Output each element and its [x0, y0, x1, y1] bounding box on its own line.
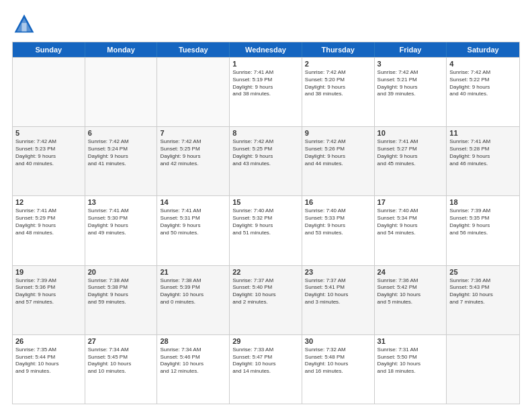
day-cell-6: 6Sunrise: 7:42 AMSunset: 5:24 PMDaylight…	[85, 127, 158, 195]
cell-line: Sunrise: 7:40 AM	[305, 208, 371, 215]
empty-cell-0-2	[157, 58, 230, 126]
cell-line: Daylight: 9 hours	[449, 153, 517, 161]
day-cell-27: 27Sunrise: 7:34 AMSunset: 5:45 PMDayligh…	[85, 335, 158, 404]
cell-line: Daylight: 9 hours	[305, 222, 371, 230]
calendar-row-0: 1Sunrise: 7:41 AMSunset: 5:19 PMDaylight…	[13, 57, 519, 126]
calendar-header: SundayMondayTuesdayWednesdayThursdayFrid…	[13, 42, 519, 57]
cell-line: Sunset: 5:34 PM	[378, 215, 444, 222]
day-cell-22: 22Sunrise: 7:37 AMSunset: 5:40 PMDayligh…	[230, 266, 302, 334]
day-number: 19	[15, 268, 82, 276]
cell-line: Sunset: 5:26 PM	[305, 146, 371, 153]
cell-line: Sunrise: 7:42 AM	[449, 69, 517, 77]
cell-line: and 49 minutes.	[88, 230, 154, 237]
cell-line: Sunset: 5:40 PM	[232, 284, 299, 291]
cell-line: and 9 minutes.	[15, 368, 82, 375]
cell-line: Daylight: 9 hours	[88, 291, 154, 299]
cell-line: Sunset: 5:30 PM	[88, 215, 154, 222]
cell-line: Sunrise: 7:40 AM	[232, 208, 299, 215]
cell-line: Sunrise: 7:36 AM	[449, 277, 517, 285]
cell-line: Sunset: 5:31 PM	[160, 215, 226, 222]
cell-line: Daylight: 9 hours	[88, 222, 154, 230]
cell-line: and 45 minutes.	[378, 161, 444, 168]
cell-line: and 38 minutes.	[305, 91, 371, 98]
cell-line: Sunset: 5:45 PM	[88, 354, 154, 361]
calendar-body: 1Sunrise: 7:41 AMSunset: 5:19 PMDaylight…	[13, 57, 519, 404]
day-number: 9	[305, 129, 371, 137]
day-number: 4	[449, 60, 517, 68]
day-number: 21	[160, 268, 226, 276]
day-number: 26	[15, 337, 82, 345]
cell-line: Daylight: 10 hours	[232, 291, 299, 299]
cell-line: and 7 minutes.	[449, 299, 517, 306]
cell-line: and 57 minutes.	[15, 299, 82, 306]
day-number: 23	[305, 268, 371, 276]
cell-line: Sunrise: 7:42 AM	[160, 138, 226, 146]
cell-line: Sunset: 5:28 PM	[449, 146, 517, 153]
day-cell-9: 9Sunrise: 7:42 AMSunset: 5:26 PMDaylight…	[302, 127, 375, 195]
cell-line: and 54 minutes.	[378, 230, 444, 237]
cell-line: Sunrise: 7:42 AM	[15, 138, 82, 146]
page: SundayMondayTuesdayWednesdayThursdayFrid…	[0, 0, 532, 411]
calendar-row-3: 19Sunrise: 7:39 AMSunset: 5:36 PMDayligh…	[13, 265, 519, 334]
day-cell-10: 10Sunrise: 7:41 AMSunset: 5:27 PMDayligh…	[375, 127, 447, 195]
cell-line: Sunrise: 7:41 AM	[88, 208, 154, 215]
cell-line: and 0 minutes.	[160, 299, 226, 306]
cell-line: and 10 minutes.	[88, 368, 154, 375]
cell-line: Daylight: 9 hours	[160, 222, 226, 230]
cell-line: Sunset: 5:25 PM	[160, 146, 226, 153]
cell-line: Sunset: 5:33 PM	[305, 215, 371, 222]
day-cell-25: 25Sunrise: 7:36 AMSunset: 5:43 PMDayligh…	[447, 266, 519, 334]
header-day-monday: Monday	[85, 42, 158, 57]
day-number: 2	[305, 60, 371, 68]
day-cell-29: 29Sunrise: 7:33 AMSunset: 5:47 PMDayligh…	[230, 335, 302, 404]
cell-line: and 43 minutes.	[232, 161, 299, 168]
header-day-saturday: Saturday	[447, 42, 519, 57]
cell-line: Sunrise: 7:32 AM	[305, 347, 371, 354]
day-number: 13	[88, 198, 154, 206]
day-cell-2: 2Sunrise: 7:42 AMSunset: 5:20 PMDaylight…	[302, 58, 375, 126]
cell-line: and 40 minutes.	[15, 161, 82, 168]
cell-line: Sunrise: 7:42 AM	[88, 138, 154, 146]
day-number: 10	[378, 129, 444, 137]
cell-line: Daylight: 10 hours	[232, 361, 299, 368]
day-cell-7: 7Sunrise: 7:42 AMSunset: 5:25 PMDaylight…	[157, 127, 230, 195]
cell-line: Sunrise: 7:41 AM	[160, 208, 226, 215]
day-number: 11	[449, 129, 517, 137]
day-number: 18	[449, 198, 517, 206]
cell-line: and 38 minutes.	[232, 91, 299, 98]
day-number: 15	[232, 198, 299, 206]
empty-cell-0-0	[13, 58, 85, 126]
cell-line: Sunset: 5:19 PM	[232, 77, 299, 84]
day-number: 8	[232, 129, 299, 137]
cell-line: and 16 minutes.	[305, 368, 371, 375]
cell-line: Daylight: 9 hours	[232, 222, 299, 230]
cell-line: and 39 minutes.	[378, 91, 444, 98]
cell-line: Sunrise: 7:35 AM	[15, 347, 82, 354]
day-cell-12: 12Sunrise: 7:41 AMSunset: 5:29 PMDayligh…	[13, 196, 85, 265]
cell-line: Sunset: 5:36 PM	[15, 284, 82, 291]
day-cell-31: 31Sunrise: 7:31 AMSunset: 5:50 PMDayligh…	[375, 335, 447, 404]
day-cell-3: 3Sunrise: 7:42 AMSunset: 5:21 PMDaylight…	[375, 58, 447, 126]
cell-line: Daylight: 9 hours	[15, 222, 82, 230]
cell-line: and 18 minutes.	[378, 368, 444, 375]
cell-line: Sunset: 5:22 PM	[449, 77, 517, 84]
cell-line: Daylight: 10 hours	[88, 361, 154, 368]
day-number: 28	[160, 337, 226, 345]
cell-line: and 53 minutes.	[305, 230, 371, 237]
calendar-row-2: 12Sunrise: 7:41 AMSunset: 5:29 PMDayligh…	[13, 195, 519, 265]
day-number: 24	[378, 268, 444, 276]
cell-line: Sunrise: 7:41 AM	[15, 208, 82, 215]
day-number: 5	[15, 129, 82, 137]
cell-line: and 51 minutes.	[232, 230, 299, 237]
day-number: 29	[232, 337, 299, 345]
cell-line: and 42 minutes.	[160, 161, 226, 168]
day-cell-16: 16Sunrise: 7:40 AMSunset: 5:33 PMDayligh…	[302, 196, 375, 265]
day-cell-21: 21Sunrise: 7:38 AMSunset: 5:39 PMDayligh…	[157, 266, 230, 334]
day-number: 7	[160, 129, 226, 137]
cell-line: Sunrise: 7:41 AM	[378, 138, 444, 146]
cell-line: Sunrise: 7:40 AM	[378, 208, 444, 215]
logo-icon	[12, 12, 36, 36]
day-cell-4: 4Sunrise: 7:42 AMSunset: 5:22 PMDaylight…	[447, 58, 519, 126]
cell-line: Sunset: 5:27 PM	[378, 146, 444, 153]
cell-line: Daylight: 9 hours	[449, 222, 517, 230]
